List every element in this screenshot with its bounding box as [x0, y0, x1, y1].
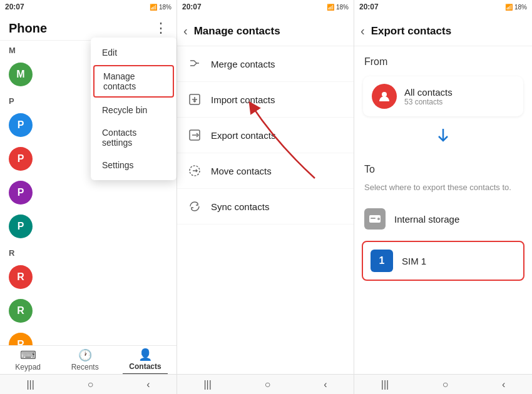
nav-keypad-label: Keypad: [15, 363, 41, 371]
sys-nav-2: ||| ○ ‹: [177, 374, 354, 394]
status-icons-1: 📶 18%: [150, 4, 171, 11]
status-icons-3: 📶 18%: [505, 4, 527, 11]
dropdown-settings[interactable]: Settings: [91, 154, 176, 176]
nav-keypad[interactable]: ⌨ Keypad: [9, 346, 47, 374]
time-2: 20:07: [182, 3, 202, 11]
dropdown-recycle-bin[interactable]: Recycle bin: [91, 99, 176, 121]
status-icons-2: 📶 18%: [327, 4, 349, 11]
dropdown-menu: Edit Manage contacts Recycle bin Contact…: [91, 38, 176, 180]
sys-home-btn[interactable]: ○: [88, 379, 94, 390]
merge-label: Merge contacts: [211, 59, 275, 69]
export-option-sim1[interactable]: 1 SIM 1: [362, 241, 524, 281]
all-contacts-info: All contacts 53 contacts: [404, 87, 453, 106]
status-bar-2: 20:07 📶 18%: [177, 0, 354, 14]
status-bar-3: 20:07 📶 18%: [354, 0, 532, 14]
all-contacts-name: All contacts: [404, 87, 453, 98]
contact-item-p3[interactable]: P: [0, 176, 176, 210]
dropdown-contacts-settings[interactable]: Contacts settings: [91, 121, 176, 154]
time-3: 20:07: [359, 3, 379, 11]
menu-merge-contacts[interactable]: Merge contacts: [177, 46, 354, 82]
manage-contacts-header: ‹ Manage contacts: [177, 14, 354, 46]
contact-item-r1[interactable]: R: [0, 260, 176, 294]
menu-sync-contacts[interactable]: Sync contacts: [177, 189, 354, 225]
internal-storage-icon: [364, 208, 386, 230]
merge-icon: [187, 56, 202, 71]
sync-label: Sync contacts: [211, 201, 269, 212]
svg-point-3: [382, 92, 387, 97]
contact-item-r3[interactable]: R: [0, 328, 176, 345]
back-arrow-3[interactable]: ‹: [361, 24, 365, 38]
internal-storage-label: Internal storage: [394, 214, 459, 225]
avatar-r3: R: [9, 333, 33, 345]
sys-nav-3: ||| ○ ‹: [354, 374, 532, 394]
nav-recents-label: Recents: [71, 363, 99, 371]
keypad-icon: ⌨: [20, 348, 36, 362]
panel-3: 20:07 📶 18% ‹ Export contacts From All c…: [354, 0, 532, 394]
from-label: From: [354, 46, 532, 73]
status-bar-1: 20:07 📶 18%: [0, 0, 176, 14]
export-contacts-header: ‹ Export contacts: [354, 14, 532, 46]
dropdown-manage-contacts[interactable]: Manage contacts: [93, 65, 174, 98]
panel-1: 20:07 📶 18% Phone ⋮ M M P P P P P R R: [0, 0, 177, 394]
to-label: To: [354, 154, 532, 180]
sys-nav-1: ||| ○ ‹: [0, 374, 176, 394]
sys-menu-btn-2[interactable]: |||: [203, 379, 211, 390]
nav-contacts[interactable]: 👤 Contacts: [123, 345, 167, 375]
select-hint: Select where to export these contacts to…: [354, 180, 532, 200]
avatar-r2: R: [9, 299, 33, 323]
svg-point-5: [377, 218, 380, 220]
export-label: Export contacts: [211, 130, 275, 141]
menu-move-contacts[interactable]: Move contacts: [177, 153, 354, 189]
recents-icon: 🕐: [78, 348, 92, 362]
manage-contacts-menu: Merge contacts Import contacts Export: [177, 46, 354, 225]
menu-import-contacts[interactable]: Import contacts: [177, 82, 354, 118]
phone-app-title: Phone: [9, 21, 47, 36]
import-label: Import contacts: [211, 94, 275, 105]
sys-back-btn-3[interactable]: ‹: [502, 379, 505, 390]
move-icon: [187, 163, 202, 178]
export-option-internal-storage[interactable]: Internal storage: [354, 200, 532, 238]
sys-menu-btn[interactable]: |||: [26, 379, 34, 390]
all-contacts-count: 53 contacts: [404, 98, 453, 106]
export-contacts-title: Export contacts: [371, 25, 451, 38]
avatar-p4: P: [9, 215, 33, 238]
sync-icon: [187, 199, 202, 214]
contacts-icon: 👤: [138, 348, 152, 361]
sim1-label: SIM 1: [402, 256, 426, 266]
all-contacts-card[interactable]: All contacts 53 contacts: [363, 76, 523, 116]
nav-recents[interactable]: 🕐 Recents: [65, 346, 105, 374]
avatar-m: M: [9, 63, 33, 86]
contact-item-p4[interactable]: P: [0, 210, 176, 243]
section-header-r: R: [0, 243, 176, 260]
contact-item-r2[interactable]: R: [0, 294, 176, 328]
time-1: 20:07: [5, 3, 24, 11]
move-label: Move contacts: [211, 166, 272, 176]
sys-home-btn-3[interactable]: ○: [442, 379, 449, 390]
nav-contacts-label: Contacts: [129, 362, 161, 371]
avatar-r1: R: [9, 265, 33, 289]
sys-back-btn[interactable]: ‹: [146, 379, 150, 390]
sim1-icon: 1: [371, 250, 393, 272]
avatar-p1: P: [9, 113, 33, 137]
back-arrow-2[interactable]: ‹: [183, 24, 188, 38]
more-options-icon[interactable]: ⋮: [154, 20, 168, 36]
sys-home-btn-2[interactable]: ○: [265, 379, 271, 390]
export-icon: [187, 128, 202, 143]
dropdown-edit[interactable]: Edit: [91, 41, 176, 64]
avatar-p2: P: [9, 147, 33, 171]
avatar-p3: P: [9, 181, 33, 205]
svg-rect-6: [371, 218, 376, 219]
import-icon: [187, 92, 202, 107]
all-contacts-avatar: [372, 84, 397, 109]
panel-2: 20:07 📶 18% ‹ Manage contacts Merge cont…: [177, 0, 354, 394]
manage-contacts-title: Manage contacts: [194, 25, 280, 38]
down-arrow-icon: [354, 120, 532, 154]
sys-menu-btn-3[interactable]: |||: [381, 379, 389, 390]
sys-back-btn-2[interactable]: ‹: [324, 379, 327, 390]
bottom-nav-1: ⌨ Keypad 🕐 Recents 👤 Contacts: [0, 345, 176, 374]
menu-export-contacts[interactable]: Export contacts: [177, 118, 354, 153]
